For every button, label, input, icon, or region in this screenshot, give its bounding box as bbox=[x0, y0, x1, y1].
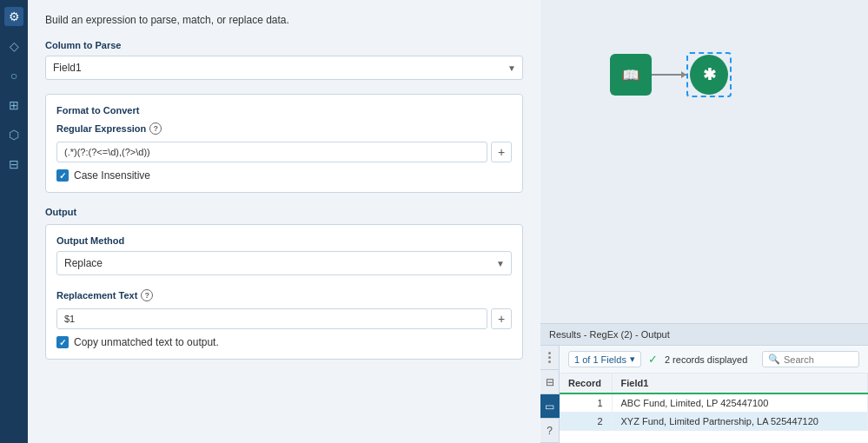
output-title: Output bbox=[45, 207, 523, 217]
regular-expression-label: Regular Expression ? bbox=[56, 122, 512, 135]
canvas-area[interactable]: 📖 ✱ bbox=[540, 0, 868, 323]
results-table: Record Field1 1 ABC Fund, Limited, LP 42… bbox=[560, 374, 868, 431]
output-method-wrapper: ReplaceExtractRemove ▼ bbox=[56, 251, 512, 275]
table-row[interactable]: 2 XYZ Fund, Limited Partnership, LA 5254… bbox=[560, 413, 868, 431]
results-with-icons: ⊟ ▭ ? 1 of 1 Fields ▾ ✓ 2 records displa… bbox=[540, 346, 868, 443]
records-check-icon: ✓ bbox=[648, 353, 658, 366]
table-header-row: Record Field1 bbox=[560, 374, 868, 393]
regex-plus-button[interactable]: + bbox=[491, 142, 512, 162]
col-header-record: Record bbox=[560, 374, 612, 393]
circle-icon[interactable]: ○ bbox=[4, 66, 23, 85]
cell-field1: XYZ Fund, Limited Partnership, LA 525447… bbox=[612, 413, 868, 431]
diamond-icon[interactable]: ◇ bbox=[4, 36, 23, 56]
config-panel: Build an expression to parse, match, or … bbox=[28, 0, 540, 443]
results-row-icon[interactable]: ▭ bbox=[540, 394, 560, 419]
replacement-plus-button[interactable]: + bbox=[491, 308, 512, 329]
results-grid-icon[interactable] bbox=[540, 346, 560, 370]
regex-node[interactable]: ✱ bbox=[686, 52, 732, 97]
output-method-label: Output Method bbox=[56, 235, 512, 246]
fields-chevron: ▾ bbox=[630, 354, 635, 365]
column-to-parse-wrapper: Field1 ▼ bbox=[45, 56, 523, 80]
records-count: 2 records displayed bbox=[665, 354, 747, 365]
right-panel: 📖 ✱ Results - RegEx (2) - Output bbox=[540, 0, 868, 443]
case-insensitive-row: Case Insensitive bbox=[56, 169, 512, 182]
cell-record: 1 bbox=[560, 393, 612, 413]
results-left-icons: ⊟ ▭ ? bbox=[540, 346, 560, 443]
search-box[interactable]: 🔍 bbox=[762, 351, 859, 367]
input-node-icon: 📖 bbox=[610, 54, 652, 96]
grid-icon[interactable]: ⊟ bbox=[4, 155, 23, 174]
search-input[interactable] bbox=[784, 354, 853, 365]
table-row[interactable]: 1 ABC Fund, Limited, LP 425447100 bbox=[560, 393, 868, 413]
workflow-nodes: 📖 ✱ bbox=[610, 52, 732, 97]
output-section: Output Output Method ReplaceExtractRemov… bbox=[45, 207, 523, 360]
case-insensitive-label: Case Insensitive bbox=[74, 169, 150, 182]
regex-input[interactable] bbox=[56, 142, 487, 162]
header-description: Build an expression to parse, match, or … bbox=[45, 14, 523, 26]
fields-label: 1 of 1 Fields bbox=[574, 354, 626, 365]
results-header: Results - RegEx (2) - Output bbox=[540, 324, 868, 346]
cell-record: 2 bbox=[560, 413, 612, 431]
results-table-icon[interactable]: ⊟ bbox=[540, 370, 560, 394]
tag-icon[interactable]: ⊞ bbox=[4, 96, 23, 115]
cell-field1: ABC Fund, Limited, LP 425447100 bbox=[612, 393, 868, 413]
copy-unmatched-checkbox[interactable] bbox=[56, 336, 69, 348]
copy-unmatched-row: Copy unmatched text to output. bbox=[56, 336, 512, 348]
results-toolbar: 1 of 1 Fields ▾ ✓ 2 records displayed 🔍 bbox=[560, 346, 868, 374]
search-icon: 🔍 bbox=[768, 354, 780, 365]
replacement-text-input[interactable] bbox=[56, 308, 487, 329]
case-insensitive-checkbox[interactable] bbox=[56, 169, 69, 182]
col-header-field1: Field1 bbox=[612, 374, 868, 393]
connector-line-1 bbox=[652, 74, 686, 76]
replacement-help-icon[interactable]: ? bbox=[141, 289, 153, 301]
regex-help-icon[interactable]: ? bbox=[149, 122, 162, 135]
regex-input-row: + bbox=[56, 142, 512, 162]
svg-text:📖: 📖 bbox=[622, 67, 639, 83]
left-sidebar: ⚙ ◇ ○ ⊞ ⬡ ⊟ bbox=[0, 0, 28, 443]
fields-button[interactable]: 1 of 1 Fields ▾ bbox=[568, 351, 641, 367]
input-node[interactable]: 📖 bbox=[610, 54, 652, 96]
format-to-convert-label: Format to Convert bbox=[56, 105, 512, 116]
settings-icon[interactable]: ⚙ bbox=[4, 7, 23, 26]
output-method-select[interactable]: ReplaceExtractRemove bbox=[56, 251, 512, 275]
results-help-icon[interactable]: ? bbox=[540, 419, 560, 443]
format-to-convert-box: Format to Convert Regular Expression ? +… bbox=[45, 94, 523, 193]
replacement-text-label-row: Replacement Text ? bbox=[56, 289, 512, 301]
regex-node-label: ✱ bbox=[703, 65, 716, 84]
replacement-input-row: + bbox=[56, 308, 512, 329]
output-box: Output Method ReplaceExtractRemove ▼ Rep… bbox=[45, 224, 523, 360]
hexagon-icon[interactable]: ⬡ bbox=[4, 125, 23, 144]
column-to-parse-label: Column to Parse bbox=[45, 40, 523, 50]
results-content: 1 of 1 Fields ▾ ✓ 2 records displayed 🔍 … bbox=[560, 346, 868, 443]
copy-unmatched-label: Copy unmatched text to output. bbox=[74, 336, 219, 348]
results-panel: Results - RegEx (2) - Output ⊟ ▭ ? 1 of … bbox=[540, 323, 868, 443]
column-to-parse-select[interactable]: Field1 bbox=[45, 56, 523, 80]
